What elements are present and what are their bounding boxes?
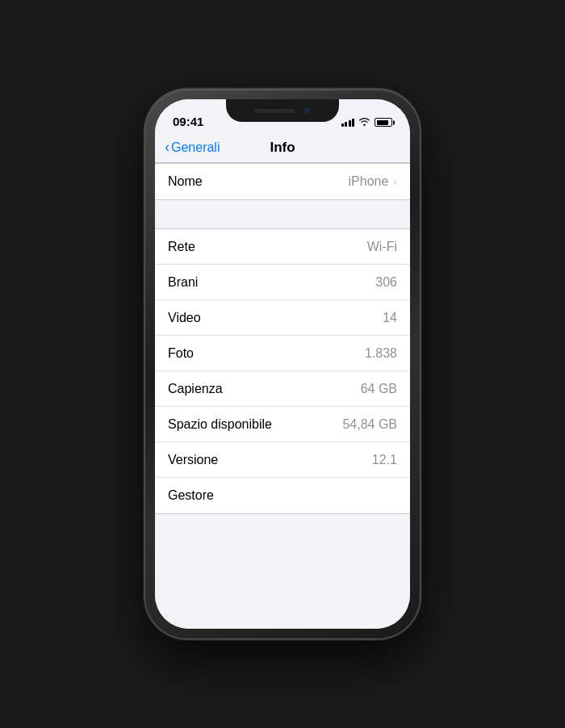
signal-bar-1 xyxy=(341,123,344,127)
section-details: Rete Wi-Fi Brani 306 Video 14 Foto 1.838 xyxy=(155,228,410,514)
status-time: 09:41 xyxy=(173,115,203,130)
foto-label: Foto xyxy=(168,346,194,361)
capienza-label: Capienza xyxy=(168,382,223,396)
rete-label: Rete xyxy=(168,240,195,254)
brani-value: 306 xyxy=(375,275,397,290)
battery-icon xyxy=(375,118,392,127)
capienza-item: Capienza 64 GB xyxy=(155,371,410,407)
video-item: Video 14 xyxy=(155,300,410,336)
status-icons xyxy=(341,116,393,130)
spazio-label: Spazio disponibile xyxy=(168,417,272,432)
signal-bar-3 xyxy=(349,120,351,127)
nome-chevron-icon: › xyxy=(393,175,397,188)
screen-content: 09:41 xyxy=(155,99,410,629)
rete-item: Rete Wi-Fi xyxy=(155,229,410,265)
list-item[interactable]: Nome iPhone › xyxy=(155,164,410,199)
nome-label: Nome xyxy=(168,174,203,189)
video-label: Video xyxy=(168,311,201,325)
signal-icon xyxy=(341,119,355,127)
battery-fill xyxy=(377,120,388,125)
gestore-label: Gestore xyxy=(168,488,214,503)
back-chevron-icon: ‹ xyxy=(165,139,170,156)
brani-item: Brani 306 xyxy=(155,265,410,300)
foto-value: 1.838 xyxy=(365,346,397,361)
screen: 09:41 xyxy=(155,99,410,629)
rete-value: Wi-Fi xyxy=(367,240,397,254)
spazio-item: Spazio disponibile 54,84 GB xyxy=(155,407,410,442)
notch xyxy=(226,99,339,122)
signal-bar-2 xyxy=(345,122,347,127)
versione-item: Versione 12.1 xyxy=(155,442,410,478)
page-title: Info xyxy=(270,140,295,156)
speaker-grille xyxy=(254,109,295,113)
power-button xyxy=(420,219,422,283)
video-value: 14 xyxy=(383,311,397,325)
nome-value-container: iPhone › xyxy=(349,174,398,189)
capienza-value: 64 GB xyxy=(361,382,397,396)
front-camera xyxy=(303,107,311,115)
gestore-item: Gestore xyxy=(155,478,410,513)
back-label: Generali xyxy=(171,140,220,155)
phone-frame: 09:41 xyxy=(145,90,420,638)
brani-label: Brani xyxy=(168,275,198,290)
foto-item: Foto 1.838 xyxy=(155,336,410,371)
section-divider xyxy=(155,200,410,228)
navigation-bar: ‹ Generali Info xyxy=(155,133,410,163)
versione-value: 12.1 xyxy=(372,453,397,467)
nome-value: iPhone xyxy=(349,174,389,189)
versione-label: Versione xyxy=(168,453,218,467)
wifi-icon xyxy=(358,116,370,128)
content-area: Nome iPhone › Rete Wi-Fi xyxy=(155,163,410,629)
section-name: Nome iPhone › xyxy=(155,163,410,200)
back-button[interactable]: ‹ Generali xyxy=(165,140,220,156)
signal-bar-4 xyxy=(352,119,354,127)
spazio-value: 54,84 GB xyxy=(342,417,397,432)
